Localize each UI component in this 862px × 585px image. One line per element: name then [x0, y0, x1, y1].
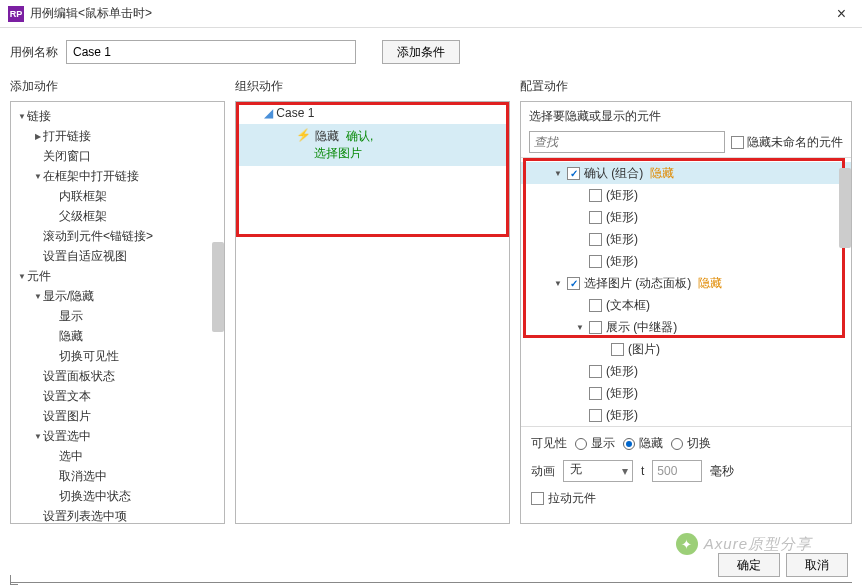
title-bar: RP 用例编辑<鼠标单击时> ×	[0, 0, 862, 28]
wechat-icon: ✦	[676, 533, 698, 555]
widget-label: (矩形)	[606, 253, 638, 270]
cancel-button[interactable]: 取消	[786, 553, 848, 577]
action-tree-item[interactable]: 显示	[11, 306, 224, 326]
org-action-header: 组织动作	[235, 74, 510, 101]
action-tree-item[interactable]: 设置列表选中项	[11, 506, 224, 524]
action-tree-item[interactable]: 内联框架	[11, 186, 224, 206]
case-icon: ◢	[264, 106, 273, 120]
action-tree-item[interactable]: 取消选中	[11, 466, 224, 486]
tree-label: 在框架中打开链接	[43, 168, 139, 185]
widget-label: (图片)	[628, 341, 660, 358]
action-tree-panel: 链接打开链接关闭窗口在框架中打开链接内联框架父级框架滚动到元件<锚链接>设置自适…	[10, 101, 225, 524]
widget-label: 选择图片 (动态面板)	[584, 275, 691, 292]
action-tree-item[interactable]: 切换可见性	[11, 346, 224, 366]
widget-label: (矩形)	[606, 231, 638, 248]
tree-label: 选中	[59, 448, 83, 465]
action-tree-item[interactable]: 设置文本	[11, 386, 224, 406]
tree-label: 显示/隐藏	[43, 288, 94, 305]
org-case-item[interactable]: ◢ Case 1	[264, 106, 314, 120]
widget-tree-row[interactable]: (矩形)	[521, 382, 851, 404]
action-tree-item[interactable]: 在框架中打开链接	[11, 166, 224, 186]
action-tree-item[interactable]: 链接	[11, 106, 224, 126]
action-tree-item[interactable]: 选中	[11, 446, 224, 466]
widget-label: (矩形)	[606, 187, 638, 204]
action-tree-item[interactable]: 切换选中状态	[11, 486, 224, 506]
widget-tree-row[interactable]: (图片)	[521, 338, 851, 360]
tree-label: 设置自适应视图	[43, 248, 127, 265]
widget-label: (矩形)	[606, 385, 638, 402]
cfg-action-header: 配置动作	[520, 74, 852, 101]
anim-select[interactable]: 无	[563, 460, 633, 482]
scrollbar-thumb[interactable]	[839, 168, 851, 248]
widget-checkbox[interactable]	[567, 167, 580, 180]
dialog-footer: 确定 取消	[718, 553, 848, 577]
widget-tree-row[interactable]: (矩形)	[521, 250, 851, 272]
widget-tree-row[interactable]: 选择图片 (动态面板)隐藏	[521, 272, 851, 294]
action-tree-item[interactable]: 元件	[11, 266, 224, 286]
widget-tree-row[interactable]: (矩形)	[521, 360, 851, 382]
tree-label: 内联框架	[59, 188, 107, 205]
widget-checkbox[interactable]	[589, 189, 602, 202]
scrollbar-thumb[interactable]	[212, 242, 224, 332]
add-action-header: 添加动作	[10, 74, 225, 101]
anim-t-label: t	[641, 464, 644, 478]
expand-icon	[33, 171, 43, 181]
highlight-box	[236, 102, 509, 237]
action-tree-item[interactable]: 关闭窗口	[11, 146, 224, 166]
action-tree-item[interactable]: 设置图片	[11, 406, 224, 426]
hide-unnamed-checkbox[interactable]: 隐藏未命名的元件	[731, 134, 843, 151]
widget-tree-row[interactable]: (矩形)	[521, 404, 851, 426]
tree-label: 设置图片	[43, 408, 91, 425]
widget-checkbox[interactable]	[589, 321, 602, 334]
tree-label: 父级框架	[59, 208, 107, 225]
action-tree-item[interactable]: 设置自适应视图	[11, 246, 224, 266]
widget-checkbox[interactable]	[589, 233, 602, 246]
radio-show[interactable]: 显示	[575, 435, 615, 452]
widget-tree-row[interactable]: (矩形)	[521, 184, 851, 206]
anim-duration-input[interactable]	[652, 460, 702, 482]
org-action-item[interactable]: ⚡ 隐藏 确认, 选择图片	[236, 124, 509, 166]
bolt-icon: ⚡	[296, 128, 311, 142]
tree-label: 元件	[27, 268, 51, 285]
widget-tree-row[interactable]: (矩形)	[521, 228, 851, 250]
org-action-verb: 隐藏	[315, 128, 339, 145]
widget-tree-row[interactable]: (矩形)	[521, 206, 851, 228]
widget-checkbox[interactable]	[567, 277, 580, 290]
tree-label: 关闭窗口	[43, 148, 91, 165]
case-name-row: 用例名称 添加条件	[0, 28, 862, 74]
radio-hide[interactable]: 隐藏	[623, 435, 663, 452]
widget-checkbox[interactable]	[611, 343, 624, 356]
action-tree-item[interactable]: 打开链接	[11, 126, 224, 146]
expand-icon	[17, 271, 27, 281]
widget-tree: 确认 (组合)隐藏(矩形)(矩形)(矩形)(矩形)选择图片 (动态面板)隐藏(文…	[521, 158, 851, 426]
action-tree-item[interactable]: 设置选中	[11, 426, 224, 446]
widget-checkbox[interactable]	[589, 365, 602, 378]
widget-label: (矩形)	[606, 407, 638, 424]
action-tree-item[interactable]: 显示/隐藏	[11, 286, 224, 306]
pull-widgets-checkbox[interactable]: 拉动元件	[531, 490, 596, 507]
widget-checkbox[interactable]	[589, 211, 602, 224]
radio-toggle[interactable]: 切换	[671, 435, 711, 452]
cfg-search-input[interactable]	[529, 131, 725, 153]
add-condition-button[interactable]: 添加条件	[382, 40, 460, 64]
widget-tree-row[interactable]: (文本框)	[521, 294, 851, 316]
app-icon: RP	[8, 6, 24, 22]
action-tree-item[interactable]: 设置面板状态	[11, 366, 224, 386]
expand-icon	[553, 278, 563, 288]
case-name-input[interactable]	[66, 40, 356, 64]
widget-checkbox[interactable]	[589, 299, 602, 312]
org-panel: ◢ Case 1 ⚡ 隐藏 确认, 选择图片	[235, 101, 510, 524]
action-tree-item[interactable]: 隐藏	[11, 326, 224, 346]
widget-tree-row[interactable]: 展示 (中继器)	[521, 316, 851, 338]
tree-label: 滚动到元件<锚链接>	[43, 228, 153, 245]
widget-tree-row[interactable]: 确认 (组合)隐藏	[521, 162, 851, 184]
ok-button[interactable]: 确定	[718, 553, 780, 577]
case-name-label: 用例名称	[10, 44, 58, 61]
widget-checkbox[interactable]	[589, 409, 602, 422]
action-tree-item[interactable]: 滚动到元件<锚链接>	[11, 226, 224, 246]
action-tree-item[interactable]: 父级框架	[11, 206, 224, 226]
close-icon[interactable]: ×	[829, 5, 854, 23]
widget-label: (矩形)	[606, 209, 638, 226]
widget-checkbox[interactable]	[589, 255, 602, 268]
widget-checkbox[interactable]	[589, 387, 602, 400]
